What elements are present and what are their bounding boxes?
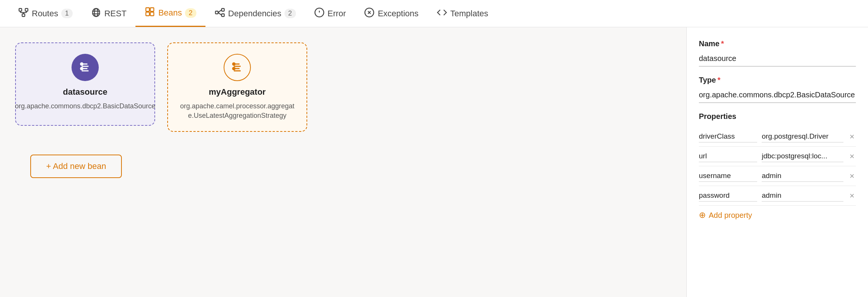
property-value-url[interactable]	[762, 150, 843, 162]
error-icon	[314, 7, 325, 20]
name-section: Name *	[699, 39, 856, 67]
nav-item-templates[interactable]: Templates	[428, 0, 497, 27]
svg-point-36	[233, 63, 235, 65]
add-new-bean-button[interactable]: + Add new bean	[30, 155, 122, 178]
type-input[interactable]	[699, 88, 856, 103]
nav-dependencies-badge: 2	[285, 9, 296, 18]
svg-rect-2	[22, 14, 25, 16]
svg-rect-12	[151, 8, 154, 11]
svg-line-18	[218, 10, 221, 13]
name-input[interactable]	[699, 51, 856, 67]
exceptions-icon	[364, 7, 375, 20]
delete-property-url[interactable]: ×	[848, 152, 856, 161]
bean-card-myaggregator[interactable]: myAggregator org.apache.camel.processor.…	[167, 42, 307, 132]
dependencies-icon	[215, 7, 225, 20]
nav-routes-badge: 1	[61, 9, 73, 18]
svg-rect-11	[146, 8, 149, 11]
nav-item-rest[interactable]: REST	[82, 0, 136, 27]
nav-templates-label: Templates	[450, 9, 488, 19]
bean-icon-myaggregator	[224, 54, 251, 81]
top-nav: Routes 1 REST Beans 2	[0, 0, 868, 27]
svg-point-37	[233, 67, 235, 70]
type-label: Type *	[699, 76, 856, 84]
property-value-driverclass[interactable]	[762, 131, 843, 142]
name-required-star: *	[721, 39, 724, 48]
nav-exceptions-label: Exceptions	[378, 9, 418, 19]
nav-item-error[interactable]: Error	[305, 0, 355, 27]
property-value-username[interactable]	[762, 170, 843, 182]
svg-point-8	[94, 8, 98, 16]
bean-type-myaggregator: org.apache.camel.processor.aggregate.Use…	[180, 102, 294, 120]
templates-icon	[437, 7, 447, 20]
bean-card-datasource[interactable]: datasource org.apache.commons.dbcp2.Basi…	[15, 42, 155, 126]
type-required-star: *	[717, 76, 720, 84]
svg-rect-14	[151, 12, 154, 16]
delete-property-username[interactable]: ×	[848, 171, 856, 181]
svg-rect-1	[25, 8, 28, 11]
svg-point-31	[81, 67, 83, 70]
delete-property-password[interactable]: ×	[848, 191, 856, 201]
routes-icon	[18, 7, 29, 20]
nav-item-beans[interactable]: Beans 2	[135, 0, 205, 27]
properties-title: Properties	[699, 112, 856, 121]
property-key-driverclass[interactable]	[699, 131, 757, 142]
property-row-username: ×	[699, 166, 856, 186]
delete-property-driverclass[interactable]: ×	[848, 132, 856, 142]
right-panel: Name * Type * Properties ×	[686, 27, 868, 297]
property-value-password[interactable]	[762, 190, 843, 202]
svg-rect-17	[221, 14, 224, 16]
svg-rect-13	[146, 12, 149, 16]
main-area: datasource org.apache.commons.dbcp2.Basi…	[0, 27, 868, 297]
add-property-plus-icon: ⊕	[699, 210, 706, 220]
svg-rect-15	[215, 11, 218, 14]
nav-item-dependencies[interactable]: Dependencies 2	[205, 0, 305, 27]
nav-rest-label: REST	[104, 9, 127, 19]
name-label: Name *	[699, 39, 856, 48]
svg-rect-16	[221, 8, 224, 11]
bean-name-myaggregator: myAggregator	[209, 87, 266, 97]
nav-item-exceptions[interactable]: Exceptions	[355, 0, 428, 27]
nav-routes-label: Routes	[32, 9, 58, 19]
bean-name-datasource: datasource	[63, 87, 107, 97]
add-property-button[interactable]: ⊕ Add property	[699, 206, 752, 220]
nav-item-routes[interactable]: Routes 1	[9, 0, 82, 27]
property-key-password[interactable]	[699, 190, 757, 202]
nav-dependencies-label: Dependencies	[228, 9, 282, 19]
nav-error-label: Error	[328, 9, 346, 19]
nav-beans-badge: 2	[185, 8, 196, 18]
canvas-area: datasource org.apache.commons.dbcp2.Basi…	[0, 27, 686, 297]
property-key-username[interactable]	[699, 170, 757, 182]
property-key-url[interactable]	[699, 150, 757, 162]
property-row-url: ×	[699, 147, 856, 166]
property-row-password: ×	[699, 186, 856, 206]
property-row-driverclass: ×	[699, 127, 856, 147]
properties-section: Properties × × ×	[699, 112, 856, 220]
rest-icon	[91, 7, 101, 20]
svg-point-30	[81, 63, 83, 65]
svg-rect-0	[19, 8, 22, 11]
nav-beans-label: Beans	[158, 8, 182, 18]
type-section: Type *	[699, 76, 856, 103]
add-property-label: Add property	[709, 211, 752, 220]
beans-row: datasource org.apache.commons.dbcp2.Basi…	[15, 42, 307, 132]
bean-icon-datasource	[72, 54, 99, 81]
bean-type-datasource: org.apache.commons.dbcp2.BasicDataSource	[15, 102, 155, 111]
beans-icon	[145, 6, 155, 19]
svg-line-19	[218, 13, 221, 15]
